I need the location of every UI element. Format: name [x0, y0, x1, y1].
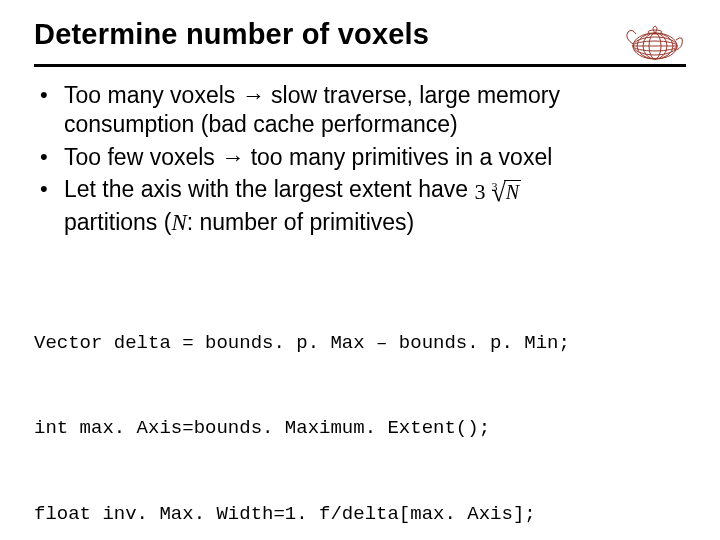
bullet-list: Too many voxels → slow traverse, large m…	[34, 81, 686, 238]
title-divider	[34, 64, 686, 67]
title-row: Determine number of voxels	[34, 18, 686, 64]
cube-root-formula: 33√N	[474, 175, 521, 208]
radical-icon: √	[491, 178, 505, 207]
slide-title: Determine number of voxels	[34, 18, 429, 59]
bullet-item: Too many voxels → slow traverse, large m…	[62, 81, 686, 139]
teapot-wireframe-icon	[624, 20, 686, 64]
formula-coef: 3	[474, 179, 485, 204]
bullet-text: : number of primitives)	[187, 209, 415, 235]
bullet-item: Let the axis with the largest extent hav…	[62, 175, 686, 237]
formula-radicand: N	[504, 180, 521, 203]
code-line: int max. Axis=bounds. Maximum. Extent();	[34, 414, 686, 443]
slide: Determine number of voxels	[0, 0, 720, 540]
code-block: Vector delta = bounds. p. Max – bounds. …	[34, 272, 686, 541]
code-line: Vector delta = bounds. p. Max – bounds. …	[34, 329, 686, 358]
variable-N: N	[171, 210, 186, 235]
bullet-item: Too few voxels → too many primitives in …	[62, 143, 686, 172]
bullet-text: partitions (	[64, 209, 171, 235]
code-line: float inv. Max. Width=1. f/delta[max. Ax…	[34, 500, 686, 529]
bullet-text: Let the axis with the largest extent hav…	[64, 177, 474, 203]
